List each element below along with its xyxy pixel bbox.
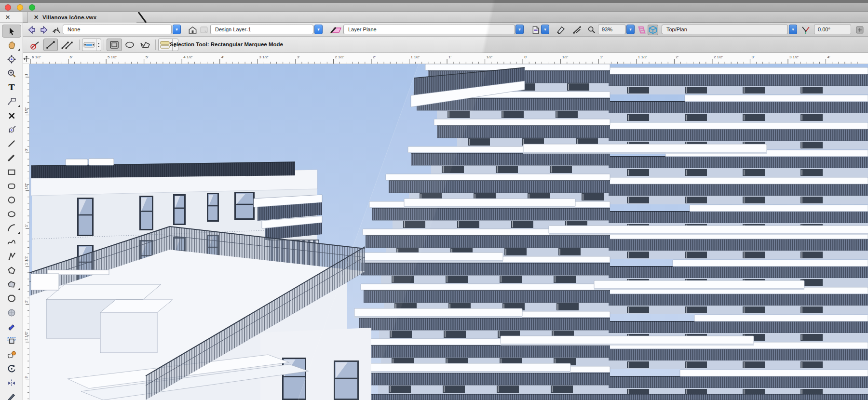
- unified-view-icon[interactable]: [637, 25, 647, 35]
- svg-text:2 1/2': 2 1/2': [714, 55, 723, 59]
- freehand-tool[interactable]: [2, 236, 21, 249]
- double-polygon-tool[interactable]: [2, 278, 21, 291]
- document-context-chevron[interactable]: ▾: [173, 25, 181, 34]
- zoom-level-field[interactable]: 93%: [598, 25, 625, 34]
- polygon-tool[interactable]: [2, 264, 21, 277]
- selection-tool[interactable]: [2, 25, 21, 38]
- reshape-tool[interactable]: [2, 390, 21, 400]
- palette-header[interactable]: ✕: [0, 12, 23, 23]
- view-chevron[interactable]: ▾: [789, 25, 797, 34]
- clip-cube-icon[interactable]: [648, 25, 658, 35]
- mode-group-dots: [96, 39, 100, 51]
- move-3d-tool-icon: [7, 125, 16, 134]
- arc-tool-icon: [7, 223, 16, 233]
- mode-group-interactive-scaling[interactable]: [82, 39, 101, 51]
- svg-text:3 1/2': 3 1/2': [789, 55, 799, 59]
- view-dropdown[interactable]: Top/Plan: [662, 25, 788, 34]
- mode-lasso-marquee[interactable]: [123, 39, 136, 51]
- rectangle-tool[interactable]: [2, 165, 21, 178]
- layer-chevron[interactable]: ▾: [314, 25, 323, 34]
- navigation-graphics-icon[interactable]: [51, 25, 62, 35]
- plane-chevron[interactable]: ▾: [515, 25, 524, 34]
- pan-tool[interactable]: [2, 39, 21, 52]
- rotate-tool[interactable]: [2, 362, 21, 375]
- sphere-tool[interactable]: [2, 306, 21, 319]
- svg-text:3': 3': [751, 55, 754, 59]
- zoom-tool[interactable]: [2, 67, 21, 80]
- flyover-tool-icon: [7, 54, 16, 64]
- document-settings-chevron[interactable]: ▾: [541, 25, 549, 34]
- plane-dropdown[interactable]: Layer Plane: [343, 25, 515, 34]
- oval-tool[interactable]: [2, 208, 21, 221]
- mode-rectangular-marquee[interactable]: [107, 39, 122, 51]
- rotate-tool-icon: [7, 364, 16, 373]
- render-mode-icon[interactable]: [556, 25, 566, 35]
- document-context-value: None: [68, 27, 80, 32]
- clip-cube-tool-icon: [7, 336, 16, 346]
- back-button[interactable]: [27, 25, 37, 35]
- rotation-field[interactable]: 0.00°: [814, 25, 851, 34]
- mirror-tool[interactable]: [2, 376, 21, 389]
- delete-tool-icon: [7, 111, 16, 120]
- rectangle-tool-icon: [7, 167, 16, 177]
- callout-tool[interactable]: [2, 320, 21, 333]
- zoom-line-icon[interactable]: [586, 25, 597, 35]
- svg-text:2': 2': [676, 55, 678, 59]
- svg-text:0': 0': [24, 148, 28, 151]
- mode-separator: [155, 40, 156, 50]
- mode-separator: [104, 40, 104, 50]
- svg-text:1/2': 1/2': [24, 107, 28, 113]
- text-tool-icon: T: [7, 82, 16, 92]
- svg-text:1 1/2': 1 1/2': [24, 255, 28, 265]
- document-settings-icon[interactable]: [530, 25, 541, 35]
- forward-button[interactable]: [39, 25, 49, 35]
- circle-tool[interactable]: [2, 193, 21, 206]
- polyline-tool[interactable]: [2, 250, 21, 263]
- document-tab-bar: ✕ Villanova Icône.vwx: [0, 12, 868, 23]
- text-tool[interactable]: T: [2, 81, 21, 94]
- previous-view-icon: [199, 25, 209, 35]
- regular-polygon-tool[interactable]: [2, 292, 21, 305]
- svg-text:5 1/2': 5 1/2': [108, 55, 117, 59]
- palette-close-icon[interactable]: ✕: [5, 14, 10, 21]
- working-plane-axes-icon[interactable]: [800, 25, 811, 35]
- polygon-tool-icon: [7, 266, 16, 275]
- document-context-dropdown[interactable]: None: [63, 25, 172, 34]
- drawing-viewport[interactable]: [29, 64, 868, 400]
- toolbar-overflow-icon[interactable]: [854, 25, 865, 35]
- mode-multiple-objects[interactable]: [59, 39, 76, 51]
- eyedropper-tool[interactable]: [2, 348, 21, 361]
- zoom-window-button[interactable]: [29, 4, 35, 11]
- mode-single-object[interactable]: [43, 39, 58, 51]
- close-window-button[interactable]: [5, 4, 11, 11]
- mode-status-text: Selection Tool: Rectangular Marquee Mode: [170, 41, 283, 47]
- dimension-tool[interactable]: [2, 95, 21, 108]
- mode-separator: [79, 40, 80, 50]
- svg-text:3 1/2': 3 1/2': [259, 55, 269, 59]
- svg-text:4': 4': [221, 55, 224, 59]
- rounded-rectangle-tool[interactable]: [2, 179, 21, 192]
- zoom-level-chevron[interactable]: ▾: [626, 25, 635, 34]
- arc-tool[interactable]: [2, 222, 21, 235]
- delete-tool[interactable]: [2, 109, 21, 122]
- move-3d-tool[interactable]: [2, 123, 21, 136]
- clip-cube-tool[interactable]: [2, 334, 21, 347]
- polyline-tool-icon: [7, 252, 16, 261]
- drafting-aid-icon[interactable]: [572, 25, 583, 35]
- callout-tool-icon: [7, 322, 16, 332]
- svg-text:4 1/2': 4 1/2': [183, 55, 193, 59]
- mode-polygon-marquee[interactable]: [137, 39, 153, 51]
- regular-polygon-tool-icon: [7, 293, 16, 303]
- line-tool[interactable]: [2, 137, 21, 150]
- saved-views-icon[interactable]: [187, 25, 198, 35]
- double-line-tool[interactable]: [2, 151, 21, 164]
- minimize-window-button[interactable]: [17, 4, 23, 11]
- tab-close-icon[interactable]: ✕: [34, 14, 39, 21]
- layer-dropdown[interactable]: Design Layer-1: [210, 25, 313, 34]
- flyover-tool[interactable]: [2, 53, 21, 66]
- tab-edge-slash: [137, 12, 149, 23]
- mode-disabled-interactive[interactable]: [28, 39, 42, 51]
- more-tools-flick: [18, 231, 20, 234]
- active-plane-icon[interactable]: [329, 25, 342, 35]
- document-tab[interactable]: ✕ Villanova Icône.vwx: [27, 12, 136, 23]
